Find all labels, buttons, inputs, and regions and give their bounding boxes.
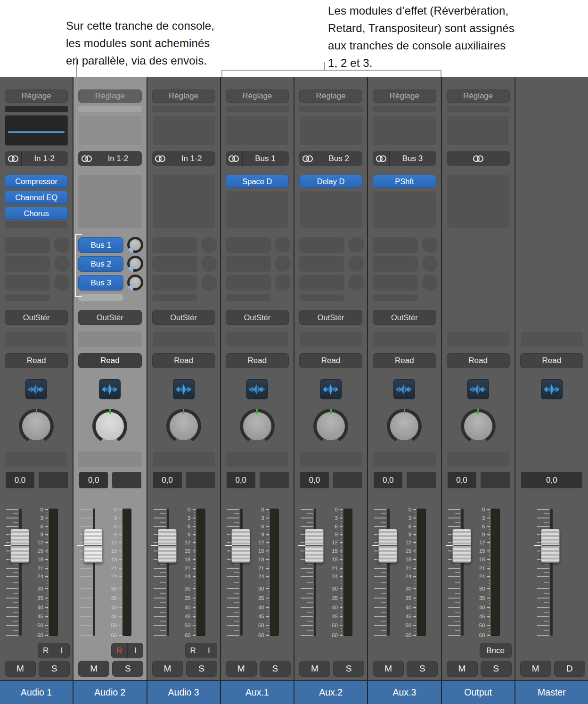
automation-mode-button[interactable]: Read [520,353,583,368]
solo-button[interactable]: S [333,661,364,677]
fader-cap[interactable] [541,529,560,563]
solo-button[interactable]: S [260,661,291,677]
empty-send-slot[interactable] [5,237,50,253]
freeze-waveform-icon[interactable] [541,379,563,399]
channel-name[interactable]: Audio 3 [147,680,220,704]
eq-thumbnail[interactable] [226,115,289,146]
mute-button[interactable]: M [447,661,478,677]
mute-button[interactable]: M [152,661,183,677]
channel-settings-button[interactable]: Réglage [5,89,68,103]
pan-knob[interactable] [461,409,496,444]
volume-display[interactable]: 0,0 [6,472,34,488]
eq-thumbnail[interactable] [299,115,362,146]
freeze-waveform-icon[interactable] [393,379,415,399]
output-routing-button[interactable]: OutStér [78,310,141,325]
fader-cap[interactable] [305,529,324,563]
volume-display[interactable]: 0,0 [374,472,402,488]
eq-thumbnail[interactable] [373,115,436,146]
pan-knob[interactable] [313,409,348,444]
automation-mode-button[interactable]: Read [299,353,362,368]
peak-display[interactable] [186,472,215,488]
peak-display[interactable] [407,472,436,488]
pan-knob[interactable] [387,409,422,444]
channel-settings-button[interactable]: Réglage [78,89,141,103]
send-slot-bus-1[interactable]: Bus 1 [78,237,123,253]
volume-fader[interactable]: 03691215182124303540455060 [147,506,220,638]
input-monitor-button[interactable]: I [201,643,217,658]
empty-send-slot[interactable] [299,275,344,291]
send-slot-bus-3[interactable]: Bus 3 [78,275,123,291]
dim-button[interactable]: D [554,661,585,677]
volume-display[interactable]: 0,0 [227,472,255,488]
peak-display[interactable] [39,472,68,488]
empty-send-slot[interactable] [373,256,418,272]
empty-send-slot[interactable] [152,256,197,272]
pan-knob[interactable] [240,409,275,444]
freeze-waveform-icon[interactable] [25,379,47,399]
empty-send-slot[interactable] [226,256,271,272]
channel-settings-button[interactable]: Réglage [447,89,510,103]
fader-cap[interactable] [231,529,250,563]
empty-send-slot[interactable] [152,275,197,291]
channel-name[interactable]: Master [515,680,588,704]
volume-fader[interactable]: 03691215182124303540455060 [442,506,514,638]
channel-settings-button[interactable]: Réglage [152,89,215,103]
empty-send-slot[interactable] [299,256,344,272]
volume-fader[interactable]: 03691215182124303540455060 [0,506,73,638]
solo-button[interactable]: S [112,661,143,677]
mute-button[interactable]: M [520,661,551,677]
freeze-waveform-icon[interactable] [467,379,489,399]
empty-send-slot[interactable] [226,275,271,291]
freeze-waveform-icon[interactable] [99,379,121,399]
record-enable-button[interactable]: R [186,643,201,658]
solo-button[interactable]: S [407,661,438,677]
record-enable-button[interactable]: R [112,643,127,658]
empty-send-slot[interactable] [226,237,271,253]
plugin-slot-chorus[interactable]: Chorus [5,207,68,220]
input-selector[interactable] [447,151,510,166]
eq-thumbnail[interactable] [447,115,510,146]
record-enable-button[interactable]: R [38,643,54,658]
peak-display[interactable] [333,472,362,488]
automation-mode-button[interactable]: Read [152,353,215,368]
automation-mode-button[interactable]: Read [226,353,289,368]
empty-send-slot[interactable] [373,275,418,291]
send-level-knob[interactable] [127,237,143,253]
freeze-waveform-icon[interactable] [173,379,195,399]
mute-button[interactable]: M [373,661,404,677]
input-selector[interactable]: In 1-2 [78,151,141,166]
volume-fader[interactable] [515,506,588,638]
empty-send-slot[interactable] [299,237,344,253]
plugin-slot-delay-d[interactable]: Delay D [299,175,362,188]
channel-settings-button[interactable]: Réglage [226,89,289,103]
solo-button[interactable]: S [39,661,70,677]
freeze-waveform-icon[interactable] [320,379,342,399]
send-slot-bus-2[interactable]: Bus 2 [78,256,123,272]
channel-settings-button[interactable]: Réglage [299,89,362,103]
send-level-knob[interactable] [127,256,143,272]
channel-name[interactable]: Aux.1 [221,680,294,704]
fader-cap[interactable] [158,529,177,563]
automation-mode-button[interactable]: Read [373,353,436,368]
automation-mode-button[interactable]: Read [78,353,141,368]
empty-send-slot[interactable] [373,237,418,253]
channel-name[interactable]: Audio 1 [0,680,73,704]
input-selector[interactable]: Bus 2 [299,151,362,166]
volume-display[interactable]: 0,0 [300,472,329,488]
volume-fader[interactable]: 03691215182124303540455060 [368,506,441,638]
input-selector[interactable]: In 1-2 [5,151,68,166]
input-selector[interactable]: In 1-2 [152,151,215,166]
input-monitor-button[interactable]: I [54,643,70,658]
mute-button[interactable]: M [5,661,36,677]
peak-display[interactable] [481,472,510,488]
output-routing-button[interactable]: OutStér [299,310,362,325]
volume-fader[interactable]: 03691215182124303540455060 [221,506,294,638]
output-routing-button[interactable]: OutStér [5,310,68,325]
output-routing-button[interactable]: OutStér [226,310,289,325]
plugin-slot-compressor[interactable]: Compressor [5,175,68,188]
empty-plugin-slot[interactable] [5,221,68,228]
volume-fader[interactable]: 03691215182124303540455060 [294,506,367,638]
volume-display[interactable]: 0,0 [79,472,108,488]
solo-button[interactable]: S [481,661,512,677]
input-monitor-button[interactable]: I [127,643,143,658]
